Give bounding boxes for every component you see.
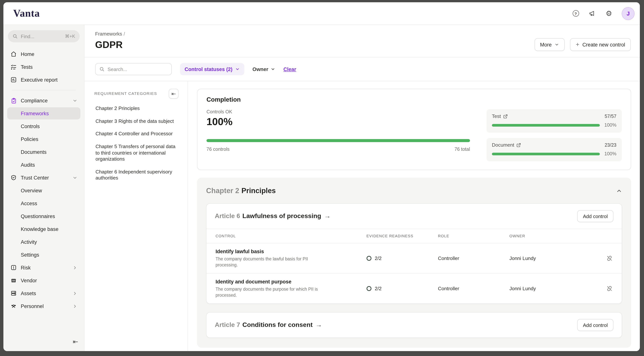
vanta-app-window: Vanta ? ⚙ J ⌘+K Home (4, 2, 640, 351)
sidebar-item-controls[interactable]: Controls (7, 120, 80, 132)
article-6-title[interactable]: Article 6Lawfulness of processing→ (215, 212, 331, 220)
filter-bar: Control statuses (2) Owner Clear (84, 57, 640, 81)
sidebar-item-access[interactable]: Access (7, 197, 80, 209)
assets-server-icon (10, 290, 17, 297)
sidebar-item-frameworks[interactable]: Frameworks (7, 107, 80, 119)
add-control-button[interactable]: Add control (577, 210, 614, 222)
plus-icon: + (576, 41, 580, 48)
category-item[interactable]: Chapter 6 Independent supervisory author… (94, 169, 178, 182)
sidebar-item-questionnaires[interactable]: Questionnaires (7, 210, 80, 222)
sidebar-item-overview[interactable]: Overview (7, 185, 80, 197)
chevron-down-icon (72, 175, 78, 180)
control-description: The company documents the lawful basis f… (216, 256, 325, 268)
search-icon (99, 67, 104, 72)
chevron-down-icon (72, 98, 78, 103)
external-link-icon[interactable] (516, 143, 521, 147)
clear-filters-link[interactable]: Clear (284, 66, 296, 72)
sidebar-item-home[interactable]: Home (7, 48, 80, 60)
sidebar-item-risk[interactable]: Risk (7, 262, 80, 274)
control-owner: Jonni Lundy (510, 255, 601, 261)
sidebar-item-documents[interactable]: Documents (7, 146, 80, 158)
article-6-card: Article 6Lawfulness of processing→ Add c… (206, 203, 622, 304)
sidebar-item-activity[interactable]: Activity (7, 236, 80, 248)
evidence-count: 2/2 (375, 286, 382, 291)
sidebar-find[interactable]: ⌘+K (8, 30, 80, 42)
test-stat-count: 57/57 (604, 114, 616, 119)
article-7-title[interactable]: Article 7Conditions for consent→ (215, 321, 322, 329)
completion-card: Completion Controls OK 100% 76 controls … (197, 89, 631, 170)
unlink-icon[interactable] (601, 255, 613, 262)
chevron-right-icon (72, 291, 78, 296)
home-icon (10, 51, 17, 57)
category-item[interactable]: Chapter 2 Principles (94, 105, 178, 112)
sidebar-item-settings[interactable]: Settings (7, 249, 80, 261)
breadcrumb-frameworks[interactable]: Frameworks (95, 31, 122, 37)
controls-total: 76 total (454, 147, 470, 152)
find-input[interactable] (21, 34, 62, 39)
sidebar-item-knowledge-base[interactable]: Knowledge base (7, 223, 80, 235)
control-role: Controller (438, 255, 510, 261)
category-item[interactable]: Chapter 4 Controller and Processor (94, 131, 178, 137)
evidence-count: 2/2 (375, 255, 382, 261)
control-row[interactable]: Identify lawful basis The company docume… (206, 243, 622, 274)
user-avatar[interactable]: J (622, 7, 634, 20)
announcements-megaphone-icon[interactable] (588, 10, 596, 17)
external-link-icon[interactable] (503, 114, 508, 118)
framework-panel: Completion Controls OK 100% 76 controls … (188, 81, 640, 351)
sidebar-item-vendor[interactable]: Vendor (7, 274, 80, 286)
category-item[interactable]: Chapter 3 Rights of the data subject (94, 118, 178, 124)
compliance-clipboard-icon (10, 97, 17, 104)
topbar-icons: ? ⚙ J (572, 7, 634, 20)
help-icon[interactable]: ? (572, 10, 580, 17)
controls-table-header: CONTROL EVIDENCE READINESS ROLE OWNER (206, 229, 622, 243)
sidebar-item-assets[interactable]: Assets (7, 287, 80, 299)
more-button[interactable]: More (534, 38, 565, 51)
collapse-chapter-chevron-up-icon[interactable] (616, 188, 622, 194)
breadcrumb: Frameworks/ (95, 31, 631, 37)
sidebar-item-policies[interactable]: Policies (7, 133, 80, 145)
search-box[interactable] (95, 63, 172, 75)
control-row[interactable]: Identity and document purpose The compan… (206, 274, 622, 303)
control-title[interactable]: Identify lawful basis (216, 249, 366, 254)
chevron-right-icon (72, 265, 78, 270)
control-title[interactable]: Identity and document purpose (216, 279, 366, 285)
controls-ok-percent: 100% (206, 116, 470, 128)
column-control: CONTROL (216, 234, 366, 238)
owner-filter[interactable]: Owner (252, 66, 275, 72)
sidebar-item-trust-center[interactable]: Trust Center (7, 171, 80, 184)
vendor-storefront-icon (10, 277, 17, 284)
category-item[interactable]: Chapter 5 Transfers of personal data to … (94, 144, 178, 162)
completion-title: Completion (206, 96, 622, 103)
unlink-icon[interactable] (601, 285, 613, 292)
column-owner: OWNER (510, 234, 601, 238)
sidebar-collapse-icon[interactable]: ⇤ (67, 335, 84, 347)
page-title: GDPR (95, 39, 123, 50)
control-description: The company documents the purpose for wh… (216, 286, 325, 298)
chevron-down-icon (235, 67, 240, 71)
add-control-button[interactable]: Add control (577, 319, 614, 331)
sidebar-item-compliance[interactable]: Compliance (7, 94, 80, 107)
column-evidence-readiness: EVIDENCE READINESS (366, 234, 438, 238)
control-role: Controller (438, 286, 510, 291)
breadcrumb-separator: / (124, 31, 125, 37)
categories-collapse-button[interactable]: ⇤ (169, 89, 178, 99)
sidebar-item-executive-report[interactable]: Executive report (7, 74, 80, 86)
sidebar-item-tests[interactable]: Tests (7, 61, 80, 73)
sidebar-item-personnel[interactable]: Personnel (7, 300, 80, 312)
control-statuses-filter[interactable]: Control statuses (2) (180, 63, 244, 75)
chapter-2-section: Chapter 2Principles Article 6Lawfulness … (197, 177, 631, 348)
personnel-people-icon (10, 303, 17, 309)
document-stat-count: 23/23 (604, 142, 616, 147)
sidebar-item-audits[interactable]: Audits (7, 159, 80, 171)
test-stat-card: Test 57/57 100% (486, 109, 622, 133)
create-new-control-button[interactable]: + Create new control (570, 38, 631, 51)
settings-gear-icon[interactable]: ⚙ (605, 10, 613, 17)
test-stat-label[interactable]: Test (492, 113, 501, 119)
tests-checklist-icon (10, 64, 17, 70)
test-progress-bar (492, 124, 600, 126)
controls-ok-label: Controls OK (206, 109, 470, 114)
chevron-down-icon (271, 67, 275, 71)
document-stat-label[interactable]: Document (492, 142, 514, 148)
search-input[interactable] (108, 66, 168, 72)
article-7-card: Article 7Conditions for consent→ Add con… (206, 312, 622, 338)
